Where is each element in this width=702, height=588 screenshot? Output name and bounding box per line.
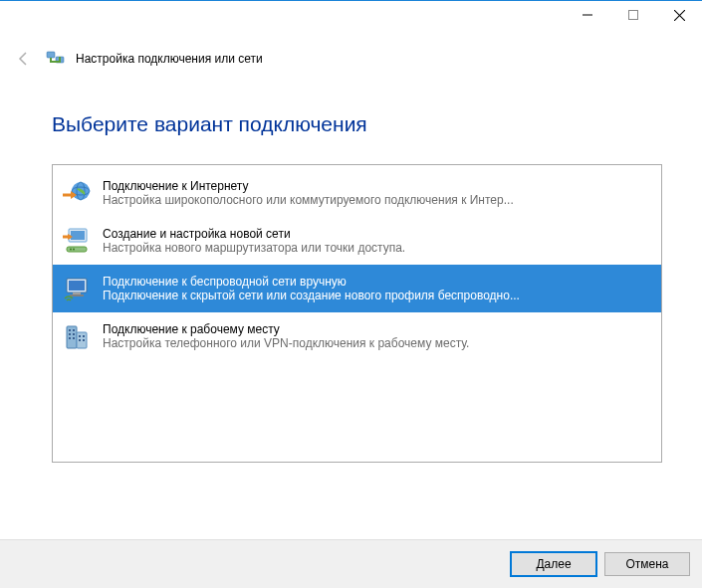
svg-rect-4 (47, 52, 55, 58)
svg-rect-16 (73, 293, 81, 294)
svg-rect-21 (69, 333, 71, 335)
option-wireless-manual[interactable]: Подключение к беспроводной сети вручную … (53, 265, 661, 312)
svg-rect-17 (70, 294, 84, 296)
close-button[interactable] (656, 1, 702, 29)
svg-point-12 (70, 249, 72, 251)
router-icon (61, 225, 93, 257)
svg-rect-18 (67, 326, 77, 348)
titlebar (0, 1, 702, 31)
svg-rect-27 (83, 335, 85, 337)
option-title: Создание и настройка новой сети (103, 227, 405, 241)
option-desc: Настройка широкополосного или коммутируе… (103, 193, 514, 207)
svg-rect-26 (79, 335, 81, 337)
workplace-icon (61, 320, 93, 352)
option-desc: Настройка телефонного или VPN-подключени… (103, 336, 469, 350)
internet-globe-icon (61, 177, 93, 209)
wizard-footer: Далее Отмена (0, 539, 702, 588)
svg-point-13 (73, 249, 75, 251)
svg-rect-10 (71, 231, 85, 240)
wizard-header: Настройка подключения или сети (0, 31, 702, 89)
svg-rect-20 (73, 329, 75, 331)
svg-rect-19 (69, 329, 71, 331)
svg-rect-28 (79, 339, 81, 341)
content-area: Выберите вариант подключения Подключение… (0, 89, 702, 463)
options-list: Подключение к Интернету Настройка широко… (52, 164, 662, 463)
cancel-button[interactable]: Отмена (604, 552, 690, 576)
maximize-button[interactable] (610, 1, 656, 29)
wizard-title: Настройка подключения или сети (76, 52, 263, 66)
minimize-button[interactable] (565, 1, 610, 29)
svg-rect-22 (73, 333, 75, 335)
svg-rect-29 (83, 339, 85, 341)
next-button[interactable]: Далее (511, 552, 596, 576)
svg-rect-23 (69, 337, 71, 339)
option-title: Подключение к рабочему месту (103, 322, 469, 336)
back-arrow-icon[interactable] (12, 47, 36, 71)
option-title: Подключение к беспроводной сети вручную (103, 275, 520, 289)
svg-rect-24 (73, 337, 75, 339)
option-internet[interactable]: Подключение к Интернету Настройка широко… (53, 169, 661, 217)
network-wizard-icon (46, 49, 66, 69)
option-workplace[interactable]: Подключение к рабочему месту Настройка т… (53, 312, 661, 360)
wireless-manual-icon (61, 273, 93, 304)
option-desc: Настройка нового маршрутизатора или точк… (103, 241, 405, 255)
svg-rect-15 (69, 281, 85, 291)
page-heading: Выберите вариант подключения (52, 112, 662, 136)
svg-rect-25 (77, 332, 87, 348)
option-title: Подключение к Интернету (103, 179, 514, 193)
svg-rect-1 (629, 11, 638, 20)
option-new-network[interactable]: Создание и настройка новой сети Настройк… (53, 217, 661, 265)
option-desc: Подключение к скрытой сети или создание … (103, 289, 520, 302)
